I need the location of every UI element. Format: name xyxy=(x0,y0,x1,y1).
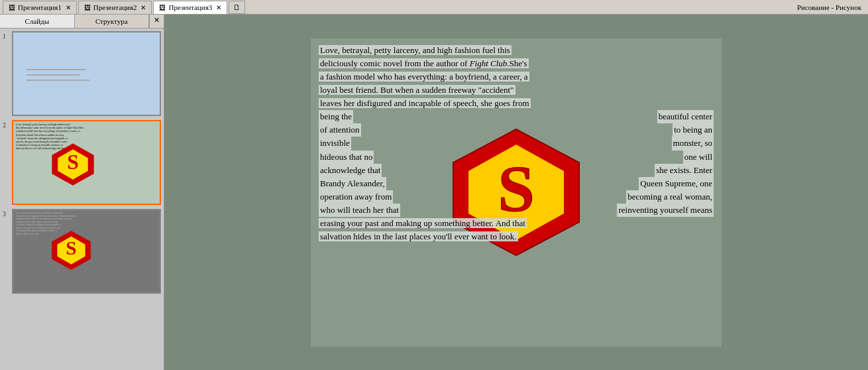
main-area: Слайды Структура ✕ 1 2 xyxy=(0,15,868,370)
seg-monster: monster, so xyxy=(672,137,714,150)
seg-l3: a fashion model who has everything: a bo… xyxy=(319,72,529,82)
text-line-being: being the beautiful center xyxy=(319,110,714,123)
slide-num-3: 3 xyxy=(3,210,9,217)
seg-gap6 xyxy=(386,177,639,190)
slide2-superman-mini: S xyxy=(50,141,96,188)
seg-being: being the xyxy=(319,110,353,123)
tab-presentation2[interactable]: 🖼 Презентация2 ✕ xyxy=(78,1,152,14)
tab-close-2[interactable]: ✕ xyxy=(140,4,146,11)
seg-gap2 xyxy=(361,123,673,137)
seg-l2: deliciously comic novel from the author … xyxy=(319,58,529,68)
ppt-icon-3: 🖼 xyxy=(159,4,166,11)
tab-structure[interactable]: Структура xyxy=(75,15,150,28)
seg-tobeingan: to being an xyxy=(673,123,714,137)
slide-preview-2[interactable]: Love, betrayal, petty larceny, and high … xyxy=(12,120,161,205)
seg-hideous: hideous that no xyxy=(319,151,374,164)
tab-structure-label: Структура xyxy=(95,17,128,25)
seg-operation: operation away from xyxy=(319,190,393,204)
slide-preview-1[interactable] xyxy=(12,31,161,116)
tab-label-2: Презентация2 xyxy=(93,3,137,11)
ppt-icon-2: 🖼 xyxy=(84,4,91,11)
svg-text:S: S xyxy=(67,151,79,174)
tab-close-3[interactable]: ✕ xyxy=(216,4,221,11)
tab-presentation1[interactable]: 🖼 Презентация1 ✕ xyxy=(3,1,77,14)
slides-list[interactable]: 1 2 Love, betrayal, petty larceny, and h… xyxy=(0,29,164,370)
title-bar-right-label: Рисование - Рисунок xyxy=(797,0,861,15)
text-line-operation: operation away from becoming a real woma… xyxy=(319,190,714,204)
tab-label-3: Презентация3 xyxy=(168,3,212,11)
seg-salvation: salvation hides in the last places you'l… xyxy=(319,231,518,241)
text-line-5: leaves her disfigured and incapable of s… xyxy=(319,97,714,110)
seg-gap1 xyxy=(353,110,657,123)
seg-l5: leaves her disfigured and incapable of s… xyxy=(319,98,531,108)
tab-slides-label: Слайды xyxy=(25,17,49,25)
seg-sheexists: she exists. Enter xyxy=(655,164,714,177)
seg-brandy: Brandy Alexander, xyxy=(319,177,386,190)
seg-l4: loyal best friend. But when a sudden fre… xyxy=(319,85,515,95)
slide-thumb-3[interactable]: 3 Love, betrayal, petty larceny, and hig… xyxy=(3,209,161,294)
seg-gap7 xyxy=(393,190,626,204)
slide-main: S Love, betrayal, petty larceny, and hig… xyxy=(311,38,722,347)
seg-gap5 xyxy=(382,164,655,177)
seg-gap3 xyxy=(351,137,672,150)
text-line-erasing: erasing your past and making up somethin… xyxy=(319,217,714,230)
text-line-hideous: hideous that no one will xyxy=(319,151,714,164)
seg-teach: who will teach her that xyxy=(319,204,400,217)
side-tabs: Слайды Структура ✕ xyxy=(0,15,164,29)
tab-label-1: Презентация1 xyxy=(18,3,62,11)
text-line-acknowledge: acknowledge that she exists. Enter xyxy=(319,164,714,177)
seg-erasing: erasing your past and making up somethin… xyxy=(319,218,527,228)
text-line-4: loyal best friend. But when a sudden fre… xyxy=(319,84,714,97)
slide3-superman-mini: S xyxy=(50,229,93,272)
text-line-invisible: invisible monster, so xyxy=(319,137,714,150)
seg-gap8 xyxy=(400,204,617,217)
slide-preview-3[interactable]: Love, betrayal, petty larceny, and high … xyxy=(12,209,161,294)
seg-acknowledge: acknowledge that xyxy=(319,164,382,177)
seg-l1: Love, betrayal, petty larceny, and high … xyxy=(319,45,512,55)
text-line-attention: of attention to being an xyxy=(319,123,714,137)
text-line-salvation: salvation hides in the last places you'l… xyxy=(319,230,714,243)
seg-attention: of attention xyxy=(319,123,361,137)
seg-queen: Queen Supreme, one xyxy=(639,177,714,190)
tab-close-1[interactable]: ✕ xyxy=(66,4,71,11)
seg-becoming: becoming a real woman, xyxy=(626,190,714,204)
side-panel-close[interactable]: ✕ xyxy=(149,15,164,28)
seg-invisible: invisible xyxy=(319,137,351,150)
tab-presentation3[interactable]: 🖼 Презентация3 ✕ xyxy=(153,1,227,14)
slide-num-1: 1 xyxy=(3,32,9,40)
side-panel: Слайды Структура ✕ 1 2 xyxy=(0,15,164,370)
text-line-brandy: Brandy Alexander, Queen Supreme, one xyxy=(319,177,714,190)
slide-num-2: 2 xyxy=(3,121,9,129)
seg-onewill: one will xyxy=(683,151,714,164)
seg-reinventing: reinventing yourself means xyxy=(617,204,714,217)
ppt-icon-1: 🖼 xyxy=(9,4,15,11)
tab-bar: 🖼 Презентация1 ✕ 🖼 Презентация2 ✕ 🖼 През… xyxy=(0,0,868,15)
slide-thumb-1[interactable]: 1 xyxy=(3,31,161,116)
slide-text-content: Love, betrayal, petty larceny, and high … xyxy=(311,38,722,347)
new-tab-button[interactable]: 🗋 xyxy=(229,1,245,14)
tab-slides[interactable]: Слайды xyxy=(0,15,75,28)
text-line-teach: who will teach her that reinventing your… xyxy=(319,204,714,217)
slide-thumb-2[interactable]: 2 Love, betrayal, petty larceny, and hig… xyxy=(3,120,161,205)
main-content-area: S Love, betrayal, petty larceny, and hig… xyxy=(164,15,868,370)
text-line-2: deliciously comic novel from the author … xyxy=(319,57,714,70)
seg-beautiful: beautiful center xyxy=(657,110,714,123)
seg-gap4 xyxy=(374,151,682,164)
text-line-3: a fashion model who has everything: a bo… xyxy=(319,70,714,84)
svg-text:S: S xyxy=(66,237,76,259)
text-line-1: Love, betrayal, petty larceny, and high … xyxy=(319,44,714,57)
